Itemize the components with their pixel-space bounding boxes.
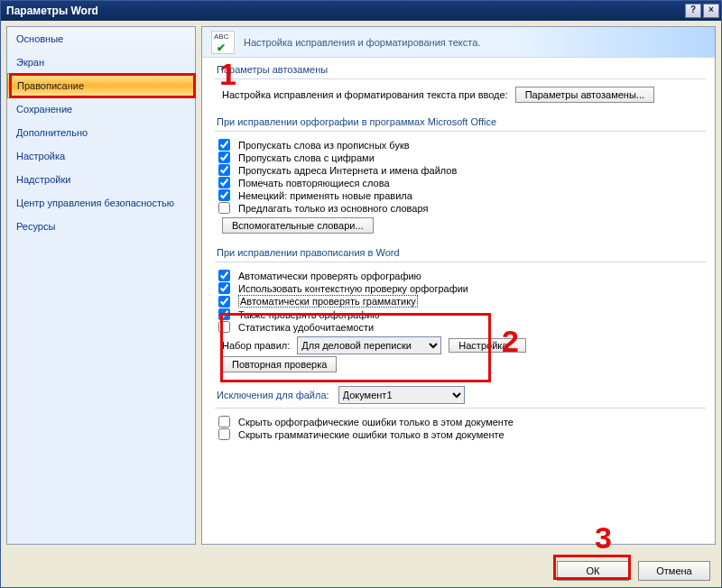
word-options-dialog: Параметры Word ? × Основные Экран Правоп…	[0, 0, 722, 588]
section-title: Исключения для файла: Документ1	[215, 383, 706, 409]
check-hide-spell-errors[interactable]: Скрыть орфографические ошибки только в э…	[218, 416, 699, 427]
window-title: Параметры Word	[6, 5, 98, 17]
sidebar-item-proofing[interactable]: Правописание	[7, 73, 195, 98]
check-contextual-spell[interactable]: Использовать контекстную проверку орфогр…	[218, 282, 699, 294]
recheck-button[interactable]: Повторная проверка	[222, 356, 337, 372]
check-readability-stats[interactable]: Статистика удобочитаемости	[218, 321, 699, 333]
check-german-rules[interactable]: Немецкий: применять новые правила	[218, 189, 699, 201]
autocorrect-desc: Настройка исправления и форматирования т…	[222, 89, 508, 100]
titlebar-buttons: ? ×	[685, 4, 719, 18]
ruleset-select[interactable]: Для деловой переписки	[297, 336, 441, 354]
autocorrect-options-button[interactable]: Параметры автозамены...	[515, 87, 654, 103]
help-button[interactable]: ?	[685, 4, 701, 18]
sidebar-item-general[interactable]: Основные	[7, 27, 195, 51]
section-title: Параметры автозамены	[215, 61, 706, 79]
check-auto-grammar[interactable]: Автоматически проверять грамматику	[218, 295, 699, 308]
sidebar-item-resources[interactable]: Ресурсы	[7, 215, 195, 238]
sidebar-item-save[interactable]: Сохранение	[7, 97, 195, 121]
check-flag-repeated[interactable]: Помечать повторяющиеся слова	[218, 177, 699, 188]
section-autocorrect: Параметры автозамены Настройка исправлен…	[202, 58, 715, 110]
grammar-settings-button[interactable]: Настройка...	[449, 338, 525, 353]
sidebar-item-display[interactable]: Экран	[7, 51, 195, 74]
banner: Настройка исправления и форматирования т…	[202, 27, 715, 58]
check-main-dict-only[interactable]: Предлагать только из основного словаря	[218, 202, 699, 214]
banner-text: Настройка исправления и форматирования т…	[244, 37, 480, 48]
cancel-button[interactable]: Отмена	[638, 561, 710, 581]
section-exceptions: Исключения для файла: Документ1 Скрыть о…	[202, 380, 715, 446]
custom-dictionaries-button[interactable]: Вспомогательные словари...	[222, 217, 374, 234]
sidebar-item-trustcenter[interactable]: Центр управления безопасностью	[7, 191, 195, 215]
dialog-body: Основные Экран Правописание Сохранение Д…	[1, 21, 721, 550]
check-skip-uppercase[interactable]: Пропускать слова из прописных букв	[218, 139, 699, 151]
check-skip-numbers[interactable]: Пропускать слова с цифрами	[218, 152, 699, 163]
section-word-spelling: При исправлении правописания в Word Авто…	[202, 241, 715, 380]
section-title: При исправлении правописания в Word	[215, 244, 706, 262]
close-button[interactable]: ×	[703, 4, 719, 18]
section-office-spelling: При исправлении орфографии в программах …	[202, 110, 715, 241]
section-title: При исправлении орфографии в программах …	[215, 114, 706, 132]
content-scroll[interactable]: Параметры автозамены Настройка исправлен…	[202, 58, 715, 544]
check-hide-grammar-errors[interactable]: Скрыть грамматические ошибки только в эт…	[218, 428, 699, 440]
ruleset-label: Набор правил:	[222, 340, 290, 351]
check-skip-urls[interactable]: Пропускать адреса Интернета и имена файл…	[218, 164, 699, 176]
sidebar-item-addins[interactable]: Надстройки	[7, 168, 195, 191]
dialog-footer: ОК Отмена	[1, 555, 721, 587]
category-sidebar: Основные Экран Правописание Сохранение Д…	[6, 26, 196, 545]
sidebar-item-customize[interactable]: Настройка	[7, 144, 195, 168]
spellcheck-icon	[211, 31, 235, 54]
ok-button[interactable]: ОК	[557, 561, 629, 581]
check-also-spell[interactable]: Также проверять орфографию	[218, 308, 699, 320]
content-pane: Настройка исправления и форматирования т…	[201, 26, 716, 545]
sidebar-item-advanced[interactable]: Дополнительно	[7, 121, 195, 144]
check-auto-spell[interactable]: Автоматически проверять орфографию	[218, 270, 699, 281]
titlebar: Параметры Word ? ×	[1, 1, 721, 21]
exceptions-file-select[interactable]: Документ1	[338, 386, 465, 404]
